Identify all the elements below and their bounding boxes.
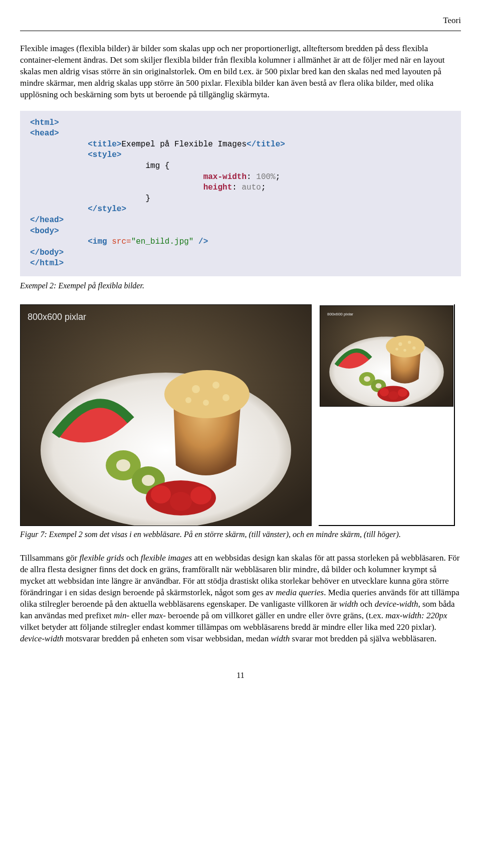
svg-point-10 [164,370,250,418]
svg-point-7 [151,485,171,503]
p2-t10: motsvarar bredden på enheten som visar w… [64,634,271,643]
term-flexible-grids: flexible grids [79,553,124,563]
page-header-label: Teori [20,15,461,27]
p2-t5: och [358,599,375,609]
page-number: 11 [20,670,461,681]
term-width-2: width [271,634,290,643]
svg-point-13 [222,394,229,401]
svg-point-15 [185,397,191,403]
css-prop-height: height [203,183,232,192]
code-title-text: Exempel på Flexible Images [121,140,247,149]
figure-small-browser-frame: 800x600 pixlar [319,304,455,526]
svg-point-29 [412,346,415,349]
svg-point-9 [190,486,211,504]
body-paragraph-2: Tillsammans gör flexible grids och flexi… [20,553,461,645]
p2-t2: och [124,553,141,563]
p2-t11: svarar mot bredden på själva webbläsaren… [290,634,436,643]
figure-row: 800x600 pixlar [20,304,461,526]
figure-caption: Figur 7: Exempel 2 som det visas i en we… [20,529,461,540]
body-paragraph-1: Flexible images (flexibla bilder) är bil… [20,43,461,101]
p2-t8: beroende på om villkoret gäller en undre… [166,611,386,620]
figure-small-screenshot: 800x600 pixlar [320,305,453,407]
svg-point-5 [142,475,155,486]
food-image-large [21,305,311,526]
svg-point-23 [380,388,389,396]
figure-large-screenshot: 800x600 pixlar [20,304,312,526]
p2-t1: Tillsammans gör [20,553,79,563]
svg-point-8 [170,492,192,511]
svg-point-24 [388,391,398,399]
svg-point-30 [403,349,406,351]
figure-label-small: 800x600 pixlar [327,312,353,317]
css-val-height: auto [242,183,261,192]
term-width: width [339,599,358,609]
svg-point-3 [116,459,130,471]
term-max-width-example: max-width: 220px [385,611,447,620]
css-prop-maxwidth: max-width [203,172,247,182]
code-caption: Exempel 2: Exempel på flexibla bilder. [20,280,461,291]
svg-point-26 [386,335,425,357]
svg-point-12 [212,382,219,389]
figure-label-large: 800x600 pixlar [28,311,86,323]
svg-point-27 [398,342,402,345]
term-device-width: device-width [375,599,418,609]
term-device-width-2: device-width [20,634,64,643]
term-flexible-images: flexible images [141,553,192,563]
svg-point-21 [376,383,382,388]
term-max: max- [149,611,166,620]
term-min: min- [114,611,129,620]
p2-t9: vilket betyder att följande stilregler e… [20,622,436,632]
svg-point-11 [192,385,200,393]
header-separator [20,31,461,31]
code-example: <html> <head> <title>Exempel på Flexible… [20,111,461,276]
css-val-maxwidth: 100% [256,172,275,182]
p2-t7: eller [129,611,149,620]
svg-point-31 [395,348,398,350]
svg-point-25 [398,388,407,396]
term-media-queries: media queries [276,588,324,597]
food-image-small [320,306,453,406]
svg-point-28 [408,340,411,343]
svg-point-19 [364,376,370,382]
svg-point-14 [203,400,209,406]
code-img-src: "en_bild.jpg" [131,237,194,246]
